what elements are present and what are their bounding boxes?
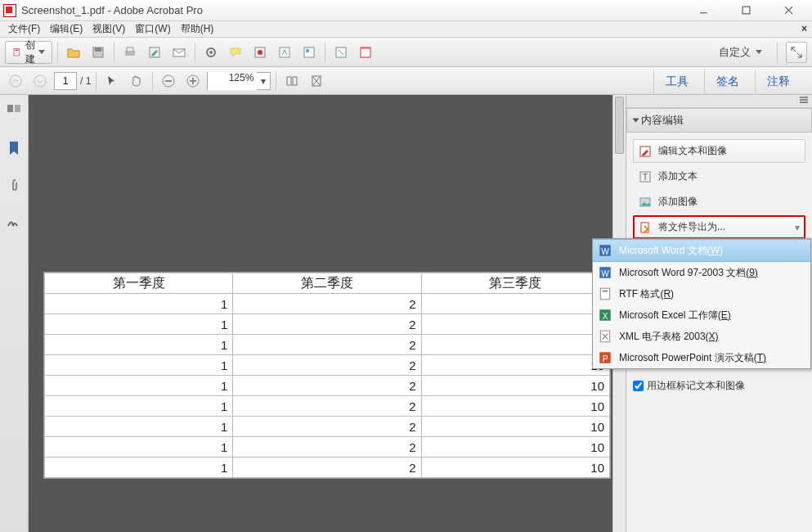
open-button[interactable] — [63, 42, 84, 63]
table-row: 1210 — [45, 376, 610, 396]
tool-button-d[interactable] — [355, 42, 376, 63]
app-icon — [3, 4, 16, 17]
select-tool[interactable] — [101, 70, 123, 92]
print-button[interactable] — [119, 42, 141, 63]
tab-comment[interactable]: 注释 — [755, 69, 802, 95]
page-down-button[interactable] — [29, 70, 51, 92]
svg-point-21 — [10, 75, 21, 87]
maximize-button[interactable] — [733, 2, 758, 19]
svg-rect-34 — [800, 99, 808, 101]
customize-button[interactable]: 自定义 — [712, 45, 769, 60]
table-cell: 1 — [45, 396, 233, 417]
export-file-item[interactable]: 将文件导出为... ▾ — [633, 215, 805, 239]
add-text-item[interactable]: T 添加文本 — [633, 165, 805, 188]
tool-button-b[interactable] — [298, 42, 320, 63]
export-word-item[interactable]: W Microsoft Word 文档(W) — [593, 239, 810, 262]
tool-button-a[interactable] — [274, 42, 295, 63]
menu-bar: 文件(F) 编辑(E) 视图(V) 窗口(W) 帮助(H) × — [0, 21, 812, 38]
export-submenu: W Microsoft Word 文档(W) W Microsoft Word … — [592, 238, 811, 369]
table-cell: 1 — [45, 355, 233, 376]
table-cell: 1 — [45, 458, 233, 478]
left-rail — [0, 95, 29, 532]
rtf-icon — [598, 286, 612, 301]
menu-help[interactable]: 帮助(H) — [176, 22, 219, 36]
tab-tools[interactable]: 工具 — [653, 69, 701, 95]
save-button[interactable] — [87, 42, 109, 63]
table-cell: 2 — [233, 396, 421, 417]
export-excel-item[interactable]: X Microsoft Excel 工作簿(E) — [593, 304, 810, 326]
table-cell: 2 — [233, 355, 421, 376]
pdf-page: 第一季度第二季度第三季度 121212121012101210121012101… — [43, 272, 611, 479]
tab-sign[interactable]: 签名 — [704, 69, 751, 95]
table-cell: 2 — [233, 294, 421, 314]
close-button[interactable] — [776, 2, 801, 19]
create-button[interactable]: 创建 — [5, 41, 52, 64]
svg-rect-31 — [7, 105, 13, 112]
menu-window[interactable]: 窗口(W) — [130, 22, 175, 36]
edit-text-icon — [639, 145, 652, 158]
outline-checkbox[interactable]: 用边框标记文本和图像 — [633, 374, 805, 393]
zoom-in-button[interactable] — [182, 70, 204, 92]
stamp-button[interactable] — [249, 42, 271, 63]
fullscreen-button[interactable] — [786, 42, 807, 63]
svg-rect-28 — [287, 77, 291, 85]
export-word97-item[interactable]: W Microsoft Word 97-2003 文档(9) — [593, 262, 810, 283]
table-cell: 2 — [233, 376, 421, 396]
table-cell: 10 — [421, 458, 609, 478]
zoom-out-button[interactable] — [158, 70, 179, 92]
edit-button[interactable] — [144, 42, 165, 63]
page-input[interactable] — [54, 72, 77, 90]
menu-edit[interactable]: 编辑(E) — [45, 22, 87, 36]
panel-menu-icon[interactable] — [626, 95, 812, 108]
table-row: 1210 — [45, 458, 610, 478]
table-header: 第三季度 — [421, 273, 609, 294]
create-label: 创建 — [25, 38, 35, 66]
fit-width-button[interactable] — [281, 70, 303, 92]
gear-button[interactable] — [200, 42, 222, 63]
hand-tool[interactable] — [126, 70, 147, 92]
signature-icon[interactable] — [6, 214, 22, 232]
fit-page-button[interactable] — [306, 70, 327, 92]
word-icon: W — [598, 243, 612, 258]
attachment-icon[interactable] — [6, 177, 22, 196]
svg-point-13 — [209, 51, 213, 54]
email-button[interactable] — [168, 42, 190, 63]
zoom-select[interactable]: 125% ▾ — [207, 72, 271, 90]
word-icon: W — [598, 265, 612, 280]
edit-text-image-item[interactable]: 编辑文本和图像 — [633, 139, 805, 163]
table-row: 1210 — [45, 437, 610, 458]
minimize-button[interactable] — [691, 2, 716, 19]
menu-file[interactable]: 文件(F) — [3, 22, 45, 36]
table-cell — [421, 314, 609, 335]
page-up-button[interactable] — [5, 70, 26, 92]
chevron-down-icon — [38, 50, 45, 54]
comment-button[interactable] — [225, 42, 246, 63]
export-xml-item[interactable]: XML 电子表格 2003(X) — [593, 326, 810, 347]
svg-rect-29 — [293, 77, 297, 85]
menubar-close-icon[interactable]: × — [801, 23, 807, 34]
toolbar-secondary: / 1 125% ▾ 工具 签名 注释 — [0, 67, 812, 95]
table-cell: 1 — [45, 314, 233, 335]
panel-title: 内容编辑 — [641, 113, 684, 128]
outline-checkbox-input[interactable] — [633, 381, 644, 391]
table-cell: 1 — [45, 294, 233, 314]
export-rtf-item[interactable]: RTF 格式(R) — [593, 283, 810, 304]
export-ppt-item[interactable]: P Microsoft PowerPoint 演示文稿(T) — [593, 347, 810, 368]
menu-view[interactable]: 视图(V) — [87, 22, 130, 36]
svg-rect-20 — [361, 47, 370, 57]
svg-point-22 — [34, 75, 46, 87]
text-icon: T — [639, 170, 652, 183]
table-cell: 1 — [45, 437, 233, 458]
tool-button-c[interactable] — [330, 42, 352, 63]
bookmark-icon[interactable] — [6, 140, 22, 159]
image-icon — [639, 196, 652, 209]
chevron-down-icon: ▾ — [257, 75, 270, 87]
table-header: 第一季度 — [45, 273, 233, 294]
table-header: 第二季度 — [233, 273, 421, 294]
add-image-item[interactable]: 添加图像 — [633, 190, 805, 214]
thumbnails-icon[interactable] — [6, 103, 22, 122]
document-view[interactable]: 第一季度第二季度第三季度 121212121012101210121012101… — [29, 95, 626, 532]
ppt-icon: P — [598, 350, 612, 365]
table-cell: 2 — [233, 314, 421, 335]
panel-header[interactable]: 内容编辑 — [626, 108, 812, 133]
